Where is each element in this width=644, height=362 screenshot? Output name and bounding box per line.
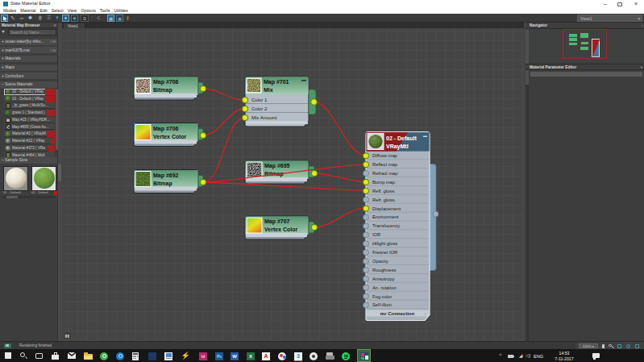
svg-text:Map #701: Map #701 [264,79,289,85]
svg-text:Roughness: Roughness [372,268,396,273]
svg-text:Fog color: Fog color [372,294,392,299]
svg-text:Opacity: Opacity [372,259,388,264]
svg-text:Fresnel IOR: Fresnel IOR [372,250,397,255]
svg-text:Vertex Color: Vertex Color [153,134,187,139]
svg-text:02 - Default: 02 - Default [386,135,417,141]
svg-text:Bump map: Bump map [372,180,395,185]
svg-text:Diffuse map: Diffuse map [372,153,397,158]
svg-text:Map #692: Map #692 [153,173,179,179]
svg-text:VRayMtl: VRayMtl [386,144,409,150]
svg-text:Anisotropy: Anisotropy [372,277,394,281]
svg-text:Refract map: Refract map [372,171,398,176]
svg-text:Mix: Mix [264,87,273,93]
svg-text:Refr. gloss.: Refr. gloss. [372,198,396,202]
svg-text:Vertex Color: Vertex Color [264,227,298,232]
svg-text:Bitmap: Bitmap [153,87,172,94]
svg-text:Refl. gloss.: Refl. gloss. [372,189,396,193]
svg-text:Self-illum: Self-illum [372,303,392,308]
svg-text:Map #695: Map #695 [264,163,290,169]
svg-text:An. rotation: An. rotation [372,285,397,290]
svg-text:mr Connection: mr Connection [380,311,415,316]
svg-text:Displacement: Displacement [372,206,401,211]
svg-text:Mix Amount: Mix Amount [251,115,277,120]
svg-text:Translucency: Translucency [372,223,400,228]
svg-text:Environment: Environment [372,215,399,220]
svg-text:↓: ↓ [424,311,426,316]
svg-text:Map #706: Map #706 [153,79,179,85]
svg-text:Hilight gloss: Hilight gloss [372,241,397,246]
svg-text:Map #707: Map #707 [264,218,290,225]
svg-text:IOR: IOR [372,232,380,237]
svg-text:Reflect map: Reflect map [372,162,397,167]
svg-text:Map #706: Map #706 [153,126,179,132]
svg-text:Bitmap: Bitmap [153,181,172,187]
svg-text:Color 1: Color 1 [251,98,268,102]
svg-text:Color 2: Color 2 [251,106,268,111]
